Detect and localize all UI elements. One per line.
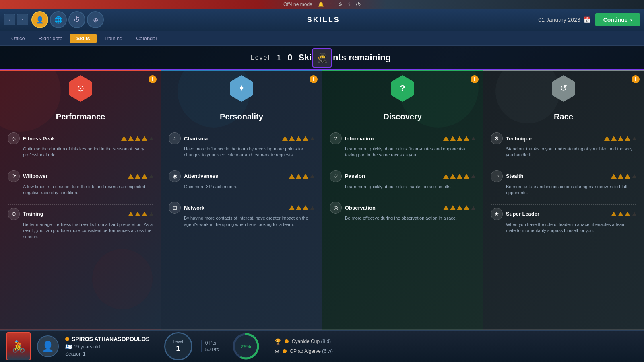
network-name: Network (184, 205, 286, 211)
discovery-title: Discovery (330, 112, 475, 121)
rider-name-row: SPIROS ATHANASOPOULOS (65, 336, 150, 342)
willpower-stars (128, 174, 153, 179)
offline-mode-text: Off-line mode (283, 2, 312, 7)
stealth-name: Stealth (506, 173, 608, 179)
skill-passion: ♡ Passion Learn more quickly about rider… (330, 170, 475, 193)
race-info: 🏆 Cyanide Cup (8 d) ⊕ GP ao Algarve (6 w… (275, 338, 333, 354)
stealth-desc: Be more astute and inconspicuous during … (506, 184, 636, 196)
divider-7 (330, 129, 475, 129)
technique-desc: Stand out thanks to your understanding o… (506, 146, 636, 158)
rider-season-text: Season 1 (65, 351, 150, 357)
top-bar-icons: Off-line mode 🔔 ⌂ ⚙ ℹ ⏻ (283, 2, 361, 7)
back-arrow[interactable]: ‹ (4, 14, 15, 25)
divider-11 (491, 167, 636, 167)
forward-arrow[interactable]: › (17, 14, 28, 25)
main-area: Level 1 🥷 0 Skill Points remaining ⊙ Per… (0, 46, 644, 330)
map-icon-btn[interactable]: ⊕ (87, 11, 104, 28)
willpower-name: Willpower (23, 173, 125, 179)
rider-avatar: 👤 (37, 335, 59, 357)
nav-bar: ‹ › 👤 🌐 ⏱ ⊕ SKILLS 01 January 2023 📅 Con… (0, 9, 644, 31)
rider-name-dot (65, 337, 69, 341)
personality-info-badge[interactable]: i (310, 75, 318, 83)
personality-title: Personality (169, 112, 314, 121)
gear-icon[interactable]: ⚙ (338, 2, 343, 7)
continue-button[interactable]: Continue › (595, 13, 640, 26)
tab-rider-data[interactable]: Rider data (32, 34, 69, 43)
level-bar: Level 1 🥷 0 Skill Points remaining (0, 46, 644, 70)
race-row-0: 🏆 Cyanide Cup (8 d) (275, 338, 333, 345)
passion-name: Passion (345, 173, 440, 179)
pts-total: 50 Pts (205, 347, 219, 352)
tab-training[interactable]: Training (97, 34, 129, 43)
information-desc: Learn more quickly about riders (team-ma… (345, 146, 475, 158)
tab-office[interactable]: Office (5, 34, 31, 43)
race-name-1: GP ao Algarve (6 w) (290, 348, 333, 354)
level-pts: 0 Pts 50 Pts (201, 340, 219, 352)
discovery-hex-icon: ? (400, 83, 405, 94)
skill-willpower: ⟳ Willpower A few times in a season, tur… (8, 170, 153, 200)
tab-calendar[interactable]: Calendar (130, 34, 164, 43)
attentiveness-icon: ◉ (169, 170, 181, 182)
race-trophy-icon: 🏆 (275, 338, 281, 345)
pts-current: 0 Pts (205, 340, 219, 346)
globe-icon-btn[interactable]: 🌐 (50, 11, 67, 28)
card-race: ↺ Race i ⚙ Technique St (483, 70, 644, 330)
progress-text: 75% (241, 343, 251, 350)
race-info-badge[interactable]: i (632, 75, 640, 83)
divider-10 (491, 129, 636, 129)
level-circle-num: 1 (176, 344, 180, 353)
info-icon[interactable]: ℹ (348, 2, 350, 7)
training-icon: ⊕ (8, 208, 20, 220)
network-stars (289, 205, 314, 210)
skill-information: ? Information Learn more quickly about r… (330, 132, 475, 162)
passion-stars (443, 174, 475, 179)
calendar-icon[interactable]: 📅 (584, 16, 590, 23)
discovery-info-badge[interactable]: i (471, 75, 479, 83)
bottom-bar: 🚴 👤 SPIROS ATHANASOPOULOS 🇬🇷 19 years ol… (0, 330, 644, 362)
page-title: SKILLS (109, 16, 538, 24)
divider-2 (8, 167, 153, 167)
bg-circles-personality (161, 71, 322, 329)
date-text: 01 January 2023 (538, 16, 580, 23)
super-leader-name: Super Leader (506, 211, 608, 217)
power-icon[interactable]: ⏻ (356, 2, 361, 7)
skill-network: ⊞ Network By having more contacts of int… (169, 202, 314, 231)
observation-icon: ◎ (330, 202, 342, 214)
race-dot-0 (285, 339, 289, 343)
level-number: 1 (277, 53, 281, 62)
attentiveness-desc: Gain more XP each month. (184, 184, 314, 190)
race-title: Race (491, 112, 636, 121)
information-stars (443, 136, 475, 141)
passion-icon: ♡ (330, 170, 342, 182)
charisma-desc: Have more influence in the team by recei… (184, 146, 314, 158)
training-desc: Better manage tiredness that results fro… (23, 222, 153, 240)
divider-3 (8, 204, 153, 205)
card-discovery: ? Discovery i ? Information (322, 70, 483, 330)
divider-5 (169, 167, 314, 167)
charisma-stars (282, 136, 314, 141)
technique-icon: ⚙ (491, 132, 503, 144)
tab-skills[interactable]: Skills (70, 34, 97, 43)
top-bar: Off-line mode 🔔 ⌂ ⚙ ℹ ⏻ (0, 0, 644, 9)
performance-hex: ⊙ (67, 75, 94, 102)
rider-icon-btn[interactable]: 👤 (31, 11, 48, 28)
performance-info-badge[interactable]: i (149, 75, 157, 83)
divider-12 (491, 204, 636, 205)
performance-title: Performance (8, 112, 153, 121)
bell-icon[interactable]: 🔔 (318, 2, 324, 7)
home-icon[interactable]: ⌂ (330, 2, 332, 7)
level-prefix: Level (251, 54, 270, 61)
clock-icon-btn[interactable]: ⏱ (68, 11, 85, 28)
fitness-peak-name: Fitness Peak (23, 136, 118, 142)
super-leader-desc: When you have the role of leader in a ra… (506, 222, 636, 234)
skill-fitness-peak: ◇ Fitness Peak Optimise the duration of … (8, 132, 153, 162)
bg-circles-performance (0, 71, 161, 329)
race-gear-icon: ⊕ (275, 348, 279, 354)
level-circle-label: Level (173, 339, 183, 344)
divider-8 (330, 167, 475, 167)
fitness-peak-icon: ◇ (8, 132, 20, 144)
network-desc: By having more contacts of interest, hav… (184, 215, 314, 228)
divider-9 (330, 198, 475, 198)
race-row-1: ⊕ GP ao Algarve (6 w) (275, 348, 333, 354)
bg-circles-race (483, 71, 644, 329)
